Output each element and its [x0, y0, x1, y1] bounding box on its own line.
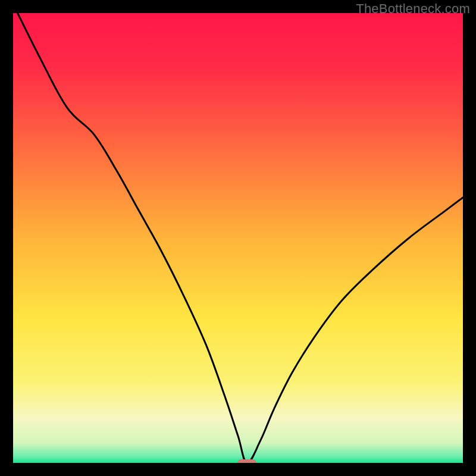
bottleneck-curve [18, 13, 463, 463]
chart-frame: TheBottleneck.com [0, 0, 476, 476]
optimal-marker [237, 459, 256, 463]
plot-area [13, 13, 463, 463]
line-layer [13, 13, 463, 463]
watermark-text: TheBottleneck.com [356, 1, 470, 17]
